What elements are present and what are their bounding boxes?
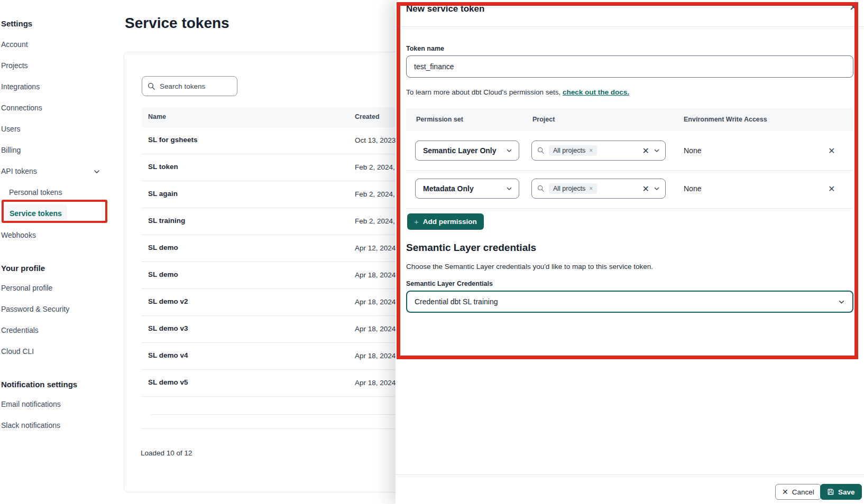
token-name-cell: SL demo v5	[148, 378, 188, 386]
project-multiselect[interactable]: All projects× ✕	[531, 179, 666, 199]
sidebar-item-api-tokens[interactable]: API tokens	[1, 167, 37, 175]
drawer-title: New service token	[406, 4, 484, 14]
token-name-cell: SL token	[148, 163, 178, 171]
project-multiselect[interactable]: All projects× ✕	[531, 141, 666, 161]
permission-set-value: Metadata Only	[423, 184, 474, 193]
search-icon	[537, 185, 545, 192]
token-name-input[interactable]	[406, 55, 853, 78]
sidebar-item-credentials[interactable]: Credentials	[1, 326, 39, 334]
pagination-status: Loaded 10 of 12	[141, 449, 192, 457]
sidebar-item-account[interactable]: Account	[1, 40, 28, 49]
semantic-layer-credentials-description: Choose the Semantic Layer credentials yo…	[406, 263, 653, 270]
sidebar-item-users[interactable]: Users	[1, 125, 21, 133]
remove-permission-icon[interactable]: ✕	[828, 184, 835, 194]
column-header-permission-set: Permission set	[416, 116, 463, 123]
token-name-cell: SL demo	[148, 270, 178, 278]
close-icon: ✕	[782, 488, 788, 496]
sidebar-item-projects[interactable]: Projects	[1, 61, 28, 70]
clear-selection-icon[interactable]: ✕	[642, 146, 649, 156]
semantic-layer-credentials-select[interactable]: Credential dbt SL training	[406, 291, 853, 313]
sidebar-item-connections[interactable]: Connections	[1, 104, 42, 112]
token-created-cell: Feb 2, 2024, 2	[355, 217, 401, 225]
write-access-value: None	[684, 146, 701, 155]
column-header-project: Project	[532, 116, 555, 123]
sidebar-item-service-tokens[interactable]: Service tokens	[4, 204, 67, 222]
clear-selection-icon[interactable]: ✕	[642, 184, 649, 194]
sidebar-heading-notification-settings: Notification settings	[1, 380, 77, 389]
sidebar-item-email-notifications[interactable]: Email notifications	[1, 400, 61, 408]
divider	[396, 474, 864, 475]
token-created-cell: Oct 13, 2023,	[355, 136, 398, 144]
divider	[406, 208, 853, 209]
token-name-cell: SL again	[148, 190, 178, 198]
sidebar-item-webhooks[interactable]: Webhooks	[1, 231, 36, 239]
search-tokens-field[interactable]	[142, 76, 237, 96]
permission-set-select[interactable]: Metadata Only	[415, 179, 519, 199]
permissions-header-row	[406, 108, 853, 131]
divider	[406, 170, 853, 171]
token-created-cell: Apr 18, 2024,	[355, 379, 398, 387]
semantic-layer-credentials-heading: Semantic Layer credentials	[406, 242, 536, 254]
save-label: Save	[838, 488, 855, 496]
token-created-cell: Feb 2, 2024, 1	[355, 190, 401, 198]
divider	[396, 26, 864, 27]
cancel-label: Cancel	[792, 488, 814, 496]
semantic-layer-credentials-label: Semantic Layer Credentials	[406, 280, 493, 287]
permission-set-value: Semantic Layer Only	[423, 146, 497, 155]
chevron-down-icon	[506, 147, 512, 154]
plus-icon: +	[414, 217, 419, 226]
project-chip: All projects×	[549, 183, 597, 194]
cancel-button[interactable]: ✕ Cancel	[775, 484, 821, 500]
sidebar-item-cloud-cli[interactable]: Cloud CLI	[1, 347, 34, 356]
token-created-cell: Apr 18, 2024,	[355, 352, 398, 360]
token-created-cell: Feb 2, 2024, 1	[355, 163, 401, 171]
token-created-cell: Apr 12, 2024,	[355, 244, 398, 252]
sidebar-heading-settings: Settings	[1, 19, 32, 28]
chip-remove-icon[interactable]: ×	[589, 185, 593, 192]
write-access-value: None	[684, 184, 701, 193]
save-icon	[827, 488, 834, 496]
token-name-cell: SL demo v2	[148, 297, 188, 305]
new-service-token-drawer: New service token ✕ Token name To learn …	[396, 0, 864, 504]
settings-sidebar: Settings Account Projects Integrations C…	[0, 0, 112, 504]
sidebar-heading-your-profile: Your profile	[1, 264, 45, 273]
sidebar-item-personal-tokens[interactable]: Personal tokens	[9, 188, 62, 197]
credential-value: Credential dbt SL training	[415, 297, 498, 306]
save-button[interactable]: Save	[820, 484, 862, 500]
column-header-name: Name	[148, 113, 166, 120]
sidebar-item-billing[interactable]: Billing	[1, 146, 21, 154]
chevron-down-icon[interactable]	[93, 168, 100, 175]
permission-set-select[interactable]: Semantic Layer Only	[415, 141, 519, 161]
token-created-cell: Apr 18, 2024,	[355, 271, 398, 279]
docs-help-text: To learn more about dbt Cloud's permissi…	[406, 88, 629, 96]
chevron-down-icon	[838, 298, 845, 305]
sidebar-item-personal-profile[interactable]: Personal profile	[1, 284, 52, 292]
token-name-cell: SL demo v3	[148, 324, 188, 332]
token-name-cell: SL for gsheets	[148, 136, 198, 144]
close-icon[interactable]: ✕	[849, 1, 858, 13]
docs-text: To learn more about dbt Cloud's permissi…	[406, 88, 563, 96]
add-permission-button[interactable]: + Add permission	[407, 213, 484, 230]
chevron-down-icon	[506, 185, 512, 192]
token-created-cell: Apr 18, 2024,	[355, 298, 398, 306]
token-name-label: Token name	[406, 45, 444, 52]
sidebar-item-password-security[interactable]: Password & Security	[1, 305, 69, 313]
column-header-created: Created	[355, 113, 380, 120]
chip-remove-icon[interactable]: ×	[589, 147, 593, 154]
remove-permission-icon[interactable]: ✕	[828, 146, 835, 156]
page-title: Service tokens	[125, 15, 229, 32]
token-name-cell: SL training	[148, 217, 185, 225]
sidebar-item-slack-notifications[interactable]: Slack notifications	[1, 421, 60, 430]
docs-link[interactable]: check out the docs.	[563, 88, 629, 96]
token-name-cell: SL demo	[148, 244, 178, 251]
chevron-down-icon[interactable]	[654, 147, 660, 154]
chevron-down-icon[interactable]	[654, 185, 660, 192]
search-icon	[148, 82, 155, 90]
token-created-cell: Apr 18, 2024,	[355, 325, 398, 333]
project-chip: All projects×	[549, 145, 597, 156]
project-chip-label: All projects	[553, 147, 585, 154]
project-chip-label: All projects	[553, 185, 585, 192]
search-input[interactable]	[160, 82, 223, 90]
token-name-cell: SL demo v4	[148, 351, 188, 359]
sidebar-item-integrations[interactable]: Integrations	[1, 82, 40, 91]
